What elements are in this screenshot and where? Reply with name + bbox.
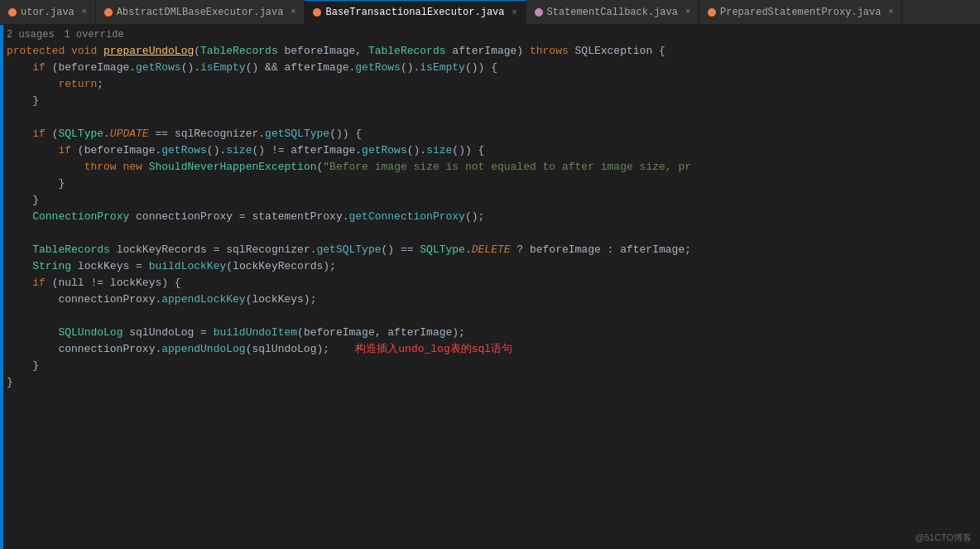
watermark: @51CTO博客 (915, 529, 972, 546)
code-line-close3: } (3, 192, 980, 209)
code-line-blank1 (3, 109, 980, 126)
tab-close-prepared[interactable]: × (888, 7, 893, 17)
tab-label-prepared: PreparedStatementProxy.java (720, 7, 881, 18)
tab-abstract[interactable]: AbstractDMLBaseExecutor.java × (96, 0, 305, 24)
code-line-close1: } (3, 93, 980, 109)
tab-close-statement[interactable]: × (685, 7, 690, 17)
annotation-text: 构造插入undo_log表的sql语句 (355, 341, 512, 358)
usage-line: 2 usages 1 override (3, 26, 980, 43)
code-line-blank3 (3, 308, 980, 325)
code-line-conn-undo: connectionProxy.appendUndoLog(sqlUndoLog… (3, 341, 980, 358)
code-line-if-null: if (null != lockKeys) { (3, 275, 980, 291)
tab-statement[interactable]: StatementCallback.java × (526, 0, 699, 24)
tab-close-utor[interactable]: × (82, 7, 87, 17)
code-line-close2: } (3, 176, 980, 192)
code-area: 2 usages 1 override protected void prepa… (0, 25, 980, 549)
override-label: 1 override (65, 26, 124, 43)
tab-utor[interactable]: utor.java × (0, 0, 96, 24)
code-line-blank2 (3, 225, 980, 242)
code-line-if-before: if (beforeImage.getRows().isEmpty() && a… (3, 60, 980, 76)
code-content[interactable]: 2 usages 1 override protected void prepa… (3, 25, 980, 549)
tab-icon-base (313, 8, 321, 17)
tab-prepared[interactable]: PreparedStatementProxy.java × (699, 0, 902, 24)
code-line-conn-append: connectionProxy.appendLockKey(lockKeys); (3, 291, 980, 308)
code-line-conn-proxy: ConnectionProxy connectionProxy = statem… (3, 209, 980, 225)
code-line-if-size: if (beforeImage.getRows().size() != afte… (3, 142, 980, 159)
tab-bar: utor.java × AbstractDMLBaseExecutor.java… (0, 0, 980, 25)
tab-label-statement: StatementCallback.java (547, 7, 678, 18)
code-line-close5: } (3, 374, 980, 391)
tab-label-abstract: AbstractDMLBaseExecutor.java (117, 7, 284, 18)
code-line-close4: } (3, 358, 980, 374)
code-line-return: return; (3, 76, 980, 93)
usages-label: 2 usages (7, 26, 55, 43)
tab-icon-statement (535, 8, 543, 17)
tab-label-utor: utor.java (21, 7, 74, 18)
tab-icon-abstract (104, 8, 113, 17)
tab-icon-prepared (708, 8, 716, 17)
code-line-string-lock: String lockKeys = buildLockKey(lockKeyRe… (3, 258, 980, 275)
tab-base[interactable]: BaseTransactionalExecutor.java × (305, 0, 526, 24)
tab-close-base[interactable]: × (512, 8, 517, 17)
code-line-method-sig: protected void prepareUndoLog(TableRecor… (3, 43, 980, 60)
code-line-throw: throw new ShouldNeverHappenException("Be… (3, 159, 980, 176)
tab-icon-utor (8, 8, 17, 17)
tab-close-abstract[interactable]: × (291, 7, 295, 17)
code-line-if-sqltype: if (SQLType.UPDATE == sqlRecognizer.getS… (3, 126, 980, 142)
code-line-table-records: TableRecords lockKeyRecords = sqlRecogni… (3, 242, 980, 258)
code-line-sql-undo: SQLUndoLog sqlUndoLog = buildUndoItem(be… (3, 325, 980, 341)
tab-label-base: BaseTransactionalExecutor.java (325, 7, 504, 18)
